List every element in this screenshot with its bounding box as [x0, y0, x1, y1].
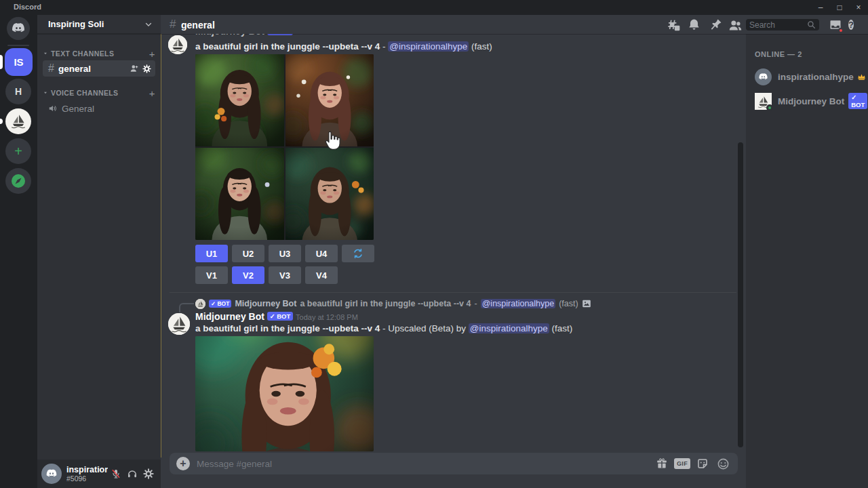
user-identity[interactable]: inspiration... #5096 — [66, 465, 108, 483]
midjourney-image-grid[interactable] — [195, 54, 374, 240]
voice-channels-section[interactable]: VOICE CHANNELS + — [43, 87, 155, 99]
online-header: ONLINE — 2 — [755, 50, 863, 58]
member-list-toggle-icon[interactable] — [728, 18, 742, 32]
notifications-bell-icon[interactable] — [688, 18, 701, 32]
create-channel-icon[interactable]: + — [149, 48, 155, 60]
channel-title: general — [181, 20, 215, 30]
channel-sidebar: Inspiring Soli TEXT CHANNELS + # general — [37, 15, 161, 488]
deafen-button[interactable] — [124, 466, 140, 482]
discord-app: Discord – □ × IS H + Inspiring — [0, 0, 868, 488]
clipped-bot-badge: ✓ BOT — [267, 34, 294, 35]
sticker-icon[interactable] — [694, 455, 711, 472]
fast-tag: (fast) — [549, 323, 573, 333]
member-inspirationalhype[interactable]: inspirationalhype — [755, 65, 863, 88]
titlebar: Discord – □ × — [0, 0, 868, 15]
voice-channel-name: General — [62, 104, 151, 114]
create-voice-channel-icon[interactable]: + — [149, 87, 155, 99]
mention-inspirationalhype[interactable]: @inspirationalhype — [388, 41, 469, 52]
clipped-message-header: Midjourney Bot ✓ BOT — [195, 34, 293, 37]
button-v4[interactable]: V4 — [305, 266, 338, 284]
search-icon — [807, 20, 816, 29]
explore-servers-button[interactable] — [5, 168, 31, 194]
server-icon-h[interactable]: H — [5, 79, 31, 104]
mic-muted-button[interactable] — [108, 466, 124, 482]
button-v2[interactable]: V2 — [232, 266, 264, 284]
message-area: Midjourney Bot ✓ BOT a beautiful girl in… — [161, 34, 746, 488]
message2-bot-avatar[interactable] — [168, 313, 190, 335]
member-midjourney-bot[interactable]: Midjourney Bot ✓ BOT — [755, 89, 863, 113]
discord-home-button[interactable] — [7, 17, 30, 40]
create-invite-icon[interactable] — [130, 64, 139, 73]
online-status-dot — [766, 104, 773, 111]
server-header[interactable]: Inspiring Soli — [37, 15, 161, 34]
speaker-icon — [48, 104, 58, 113]
section-chevron-icon — [43, 51, 48, 56]
server-icon-inspiring-soli[interactable]: IS — [5, 48, 33, 76]
emoji-picker-icon[interactable] — [715, 455, 731, 472]
server-icon-midjourney[interactable] — [5, 108, 31, 134]
minimize-button[interactable]: – — [811, 0, 830, 15]
grid-image-4 — [285, 148, 374, 240]
text-channels-section[interactable]: TEXT CHANNELS + — [43, 47, 155, 60]
reply-mention[interactable]: @inspirationalhype — [481, 299, 556, 308]
button-v3[interactable]: V3 — [269, 266, 301, 284]
reply-fast-tag: (fast) — [559, 299, 578, 308]
reroll-button[interactable] — [342, 245, 374, 262]
button-u4[interactable]: U4 — [305, 245, 338, 262]
hash-icon: # — [48, 62, 54, 75]
attach-file-button[interactable]: + — [176, 457, 190, 470]
separator: - — [380, 41, 388, 52]
add-server-button[interactable]: + — [5, 138, 31, 164]
message-input[interactable] — [197, 459, 650, 469]
channel-settings-gear-icon[interactable] — [142, 64, 151, 73]
button-v1[interactable]: V1 — [195, 266, 228, 284]
app-title: Discord — [14, 3, 41, 11]
message2-content: a beautiful girl in the junggle --upbeta… — [195, 323, 572, 333]
unread-server-dot — [0, 119, 3, 124]
clipped-author: Midjourney Bot — [195, 34, 264, 37]
username: inspiration... — [66, 465, 108, 474]
section-chevron-icon — [43, 90, 48, 96]
gift-icon[interactable] — [654, 455, 670, 472]
channel-name: general — [58, 64, 130, 74]
button-u1[interactable]: U1 — [195, 245, 228, 262]
message2-author[interactable]: Midjourney Bot — [195, 311, 264, 322]
inbox-icon[interactable] — [829, 18, 842, 32]
threads-icon[interactable] — [667, 18, 681, 32]
reply-author: Midjourney Bot — [235, 299, 296, 308]
reply-context[interactable]: ✓ BOT Midjourney Bot a beautiful girl in… — [195, 298, 591, 309]
channel-item-general[interactable]: # general — [43, 60, 155, 77]
channel-hash-icon: # — [170, 18, 176, 31]
owner-crown-icon — [857, 73, 866, 81]
message1-bot-avatar[interactable] — [168, 35, 187, 54]
upscaled-image[interactable] — [195, 336, 374, 451]
voice-channel-general[interactable]: General — [43, 100, 155, 117]
text-channels-label: TEXT CHANNELS — [51, 49, 149, 58]
gif-picker-icon[interactable]: GIF — [674, 455, 690, 472]
button-u3[interactable]: U3 — [269, 245, 301, 262]
grid-image-1 — [195, 54, 284, 146]
left-edge-line — [161, 34, 161, 458]
variation-button-row: V1 V2 V3 V4 — [195, 266, 338, 284]
scrollbar-thumb[interactable] — [738, 142, 743, 447]
inbox-mention-badge — [838, 28, 844, 33]
close-button[interactable]: × — [849, 0, 868, 15]
prompt-text: a beautiful girl in the junggle --upbeta… — [195, 41, 380, 52]
discord-logo-icon — [11, 21, 26, 36]
mention-inspirationalhype[interactable]: @inspirationalhype — [469, 323, 549, 333]
channel-header: # general Search ? — [161, 15, 868, 34]
fast-tag: (fast) — [469, 41, 492, 52]
compass-icon — [10, 173, 26, 189]
button-u2[interactable]: U2 — [232, 245, 264, 262]
search-input[interactable]: Search — [746, 19, 819, 30]
user-avatar[interactable] — [41, 464, 62, 484]
sailboat-icon — [9, 113, 27, 130]
member-list: ONLINE — 2 inspirationalhype Midjourney … — [746, 34, 868, 488]
message-input-bar: + GIF — [170, 453, 738, 474]
pinned-messages-icon[interactable] — [709, 18, 723, 32]
member-name: inspirationalhype — [778, 72, 854, 82]
user-panel: inspiration... #5096 — [37, 460, 161, 488]
maximize-button[interactable]: □ — [830, 0, 849, 15]
help-icon[interactable]: ? — [848, 18, 862, 32]
user-settings-gear-icon[interactable] — [140, 466, 157, 482]
